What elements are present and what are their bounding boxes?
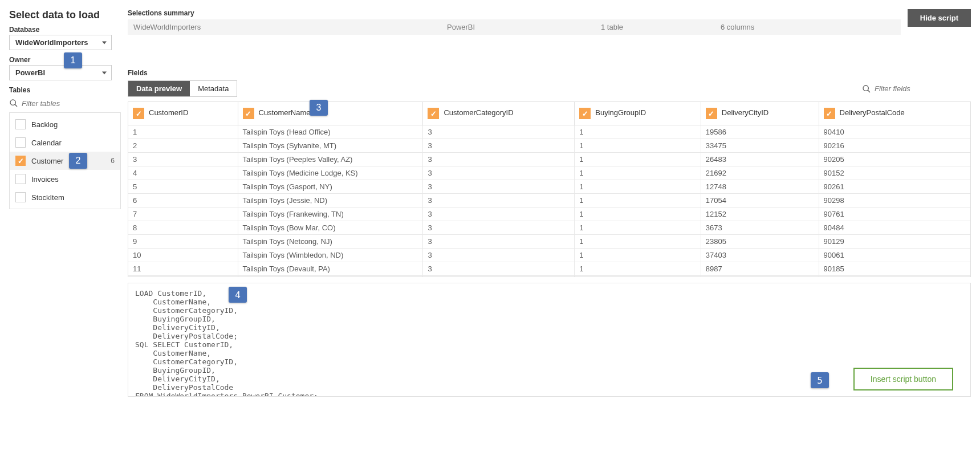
table-row: 4Tailspin Toys (Medicine Lodge, KS)31216… <box>128 166 970 180</box>
database-dropdown[interactable]: WideWorldImporters <box>9 35 112 50</box>
table-row: 7Tailspin Toys (Frankewing, TN)311215290… <box>128 207 970 221</box>
tab-metadata[interactable]: Metadata <box>190 81 237 96</box>
owner-dropdown[interactable]: PowerBI <box>9 65 112 80</box>
checkbox-icon[interactable] <box>15 119 26 129</box>
checkbox-icon[interactable] <box>243 108 254 119</box>
step-badge-2: 2 <box>69 153 87 169</box>
column-header[interactable]: DeliveryPostalCode <box>819 102 970 125</box>
svg-point-0 <box>10 100 15 105</box>
column-header[interactable]: CustomerID <box>128 102 238 125</box>
table-row: 1Tailspin Toys (Head Office)311958690410 <box>128 125 970 139</box>
column-header[interactable]: CustomerCategoryID <box>423 102 575 125</box>
table-item-label: Invoices <box>31 175 59 184</box>
checkbox-icon[interactable] <box>579 108 591 119</box>
column-header[interactable]: DeliveryCityID <box>701 102 819 125</box>
svg-line-1 <box>15 104 17 107</box>
column-header[interactable]: CustomerName <box>238 102 423 125</box>
table-item-calendar[interactable]: Calendar <box>10 133 120 152</box>
checkbox-icon[interactable] <box>706 108 717 119</box>
checkbox-icon[interactable] <box>15 174 26 184</box>
checkbox-icon[interactable] <box>824 108 835 119</box>
tables-label: Tables <box>9 86 121 94</box>
hide-script-button[interactable]: Hide script <box>908 9 971 27</box>
tab-data-preview[interactable]: Data preview <box>128 81 190 96</box>
table-item-stockitem[interactable]: StockItem <box>10 188 120 206</box>
table-row: 9Tailspin Toys (Netcong, NJ)312380590129 <box>128 235 970 249</box>
database-label: Database <box>9 26 121 34</box>
table-row: 2Tailspin Toys (Sylvanite, MT)3133475902… <box>128 139 970 153</box>
table-item-customer[interactable]: Customer6 <box>10 152 120 170</box>
selections-summary-label: Selections summary <box>128 9 901 17</box>
table-row: 11Tailspin Toys (Devault, PA)31898790185 <box>128 262 970 276</box>
filter-fields-input[interactable] <box>875 84 971 93</box>
fields-tabs: Data preview Metadata <box>128 80 237 97</box>
script-preview: 4LOAD CustomerID, CustomerName, Customer… <box>128 283 971 397</box>
checkbox-icon[interactable] <box>15 192 26 202</box>
selections-summary-bar: WideWorldImporters PowerBI 1 table 6 col… <box>128 19 901 35</box>
table-item-label: Backlog <box>31 120 58 129</box>
insert-script-button[interactable]: Insert script button <box>853 368 953 390</box>
step-badge-5: 5 <box>811 372 829 388</box>
fields-label: Fields <box>128 69 971 77</box>
table-item-invoices[interactable]: Invoices <box>10 170 120 188</box>
checkbox-icon[interactable] <box>15 156 26 166</box>
data-preview-table: CustomerIDCustomerNameCustomerCategoryID… <box>128 102 970 276</box>
table-row: 12Tailspin Toys (Biscay, MN)31308190054 <box>128 276 970 277</box>
checkbox-icon[interactable] <box>15 137 26 148</box>
search-icon <box>862 84 871 93</box>
table-row: 10Tailspin Toys (Wimbledon, ND)313740390… <box>128 249 970 262</box>
table-row: 5Tailspin Toys (Gasport, NY)311274890261 <box>128 180 970 194</box>
table-item-label: Calendar <box>31 139 62 147</box>
tables-list: 2 BacklogCalendarCustomer6InvoicesStockI… <box>9 112 121 209</box>
table-item-count: 6 <box>111 157 115 165</box>
table-row: 6Tailspin Toys (Jessie, ND)311705490298 <box>128 194 970 207</box>
table-item-label: Customer <box>31 157 63 165</box>
svg-point-2 <box>863 86 868 91</box>
table-item-backlog[interactable]: Backlog <box>10 115 120 133</box>
filter-tables-input[interactable] <box>22 99 101 108</box>
column-header[interactable]: BuyingGroupID <box>575 102 701 125</box>
table-row: 8Tailspin Toys (Bow Mar, CO)31367390484 <box>128 221 970 235</box>
table-item-label: StockItem <box>31 193 64 202</box>
checkbox-icon[interactable] <box>428 108 439 119</box>
page-title: Select data to load <box>9 9 121 21</box>
step-badge-1: 1 <box>64 52 82 68</box>
search-icon <box>9 99 18 108</box>
svg-line-3 <box>868 90 870 92</box>
table-row: 3Tailspin Toys (Peeples Valley, AZ)31264… <box>128 153 970 166</box>
step-badge-3: 3 <box>310 100 328 116</box>
checkbox-icon[interactable] <box>133 108 144 119</box>
step-badge-4: 4 <box>229 287 247 303</box>
